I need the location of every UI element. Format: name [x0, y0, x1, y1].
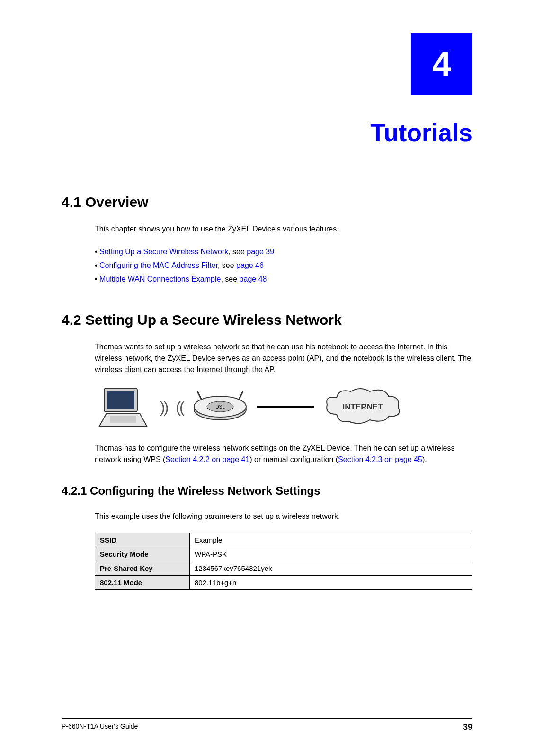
svg-rect-1: [107, 391, 134, 409]
internet-label: INTERNET: [342, 402, 383, 411]
section-overview-heading: 4.1 Overview: [62, 194, 472, 210]
param-name: Security Mode: [95, 547, 190, 561]
link-page-39[interactable]: page 39: [247, 248, 274, 256]
link-secure-wireless[interactable]: Setting Up a Secure Wireless Network: [99, 248, 228, 256]
link-section-4-2-2[interactable]: Section 4.2.2 on page 41: [165, 455, 249, 463]
chapter-title: Tutorials: [62, 118, 472, 147]
setup-para-1: Thomas wants to set up a wireless networ…: [95, 341, 472, 375]
internet-cloud-icon: INTERNET: [322, 386, 403, 428]
table-row: Security Mode WPA-PSK: [95, 547, 472, 561]
bullet-mid: , see: [228, 248, 247, 256]
chapter-number: 4: [432, 44, 451, 83]
chapter-number-block: 4: [62, 33, 472, 95]
setup-para-2: Thomas has to configure the wireless net…: [95, 443, 472, 465]
list-item: Setting Up a Secure Wireless Network, se…: [95, 245, 472, 259]
section-setup-heading: 4.2 Setting Up a Secure Wireless Network: [62, 312, 472, 328]
table-row: 802.11 Mode 802.11b+g+n: [95, 576, 472, 590]
config-intro: This example uses the following paramete…: [95, 511, 472, 522]
bullet-mid: , see: [221, 275, 239, 283]
footer-guide-name: P-660N-T1A User's Guide: [62, 722, 138, 732]
svg-line-7: [197, 391, 201, 399]
bullet-mid: , see: [218, 261, 236, 269]
link-section-4-2-3[interactable]: Section 4.2.3 on page 45: [338, 455, 422, 463]
setup-p2-mid: ) or manual configuration (: [249, 455, 338, 463]
param-value: 1234567key7654321yek: [190, 561, 472, 576]
document-page: 4 Tutorials 4.1 Overview This chapter sh…: [0, 0, 534, 756]
setup-p2-post: ).: [422, 455, 427, 463]
param-value: 802.11b+g+n: [190, 576, 472, 590]
footer-page-number: 39: [463, 722, 472, 732]
wifi-signal-out-icon: )): [160, 399, 167, 416]
svg-rect-3: [110, 416, 136, 423]
section-config-heading: 4.2.1 Configuring the Wireless Network S…: [62, 484, 472, 498]
param-name: Pre-Shared Key: [95, 561, 190, 576]
table-row: SSID Example: [95, 533, 472, 547]
page-footer: P-660N-T1A User's Guide 39: [62, 718, 472, 732]
overview-bullet-list: Setting Up a Secure Wireless Network, se…: [95, 245, 472, 286]
param-value: Example: [190, 533, 472, 547]
param-value: WPA-PSK: [190, 547, 472, 561]
router-icon: DSL: [192, 391, 249, 424]
list-item: Multiple WAN Connections Example, see pa…: [95, 273, 472, 286]
dsl-label: DSL: [215, 404, 225, 409]
content-area: 4.1 Overview This chapter shows you how …: [62, 194, 472, 590]
table-row: Pre-Shared Key 1234567key7654321yek: [95, 561, 472, 576]
overview-intro: This chapter shows you how to use the Zy…: [95, 223, 472, 235]
ethernet-wire-icon: [257, 406, 314, 408]
wireless-params-table: SSID Example Security Mode WPA-PSK Pre-S…: [95, 533, 472, 590]
network-diagram: )) (( DSL INTERNET: [95, 386, 472, 428]
param-name: 802.11 Mode: [95, 576, 190, 590]
wifi-signal-in-icon: ((: [176, 399, 183, 416]
list-item: Configuring the MAC Address Filter, see …: [95, 259, 472, 273]
link-mac-filter[interactable]: Configuring the MAC Address Filter: [99, 261, 218, 269]
chapter-number-box: 4: [411, 33, 472, 95]
laptop-icon: [95, 386, 151, 428]
param-name: SSID: [95, 533, 190, 547]
link-page-48[interactable]: page 48: [240, 275, 267, 283]
svg-line-8: [239, 391, 243, 399]
link-page-46[interactable]: page 46: [236, 261, 264, 269]
link-multiple-wan[interactable]: Multiple WAN Connections Example: [99, 275, 221, 283]
